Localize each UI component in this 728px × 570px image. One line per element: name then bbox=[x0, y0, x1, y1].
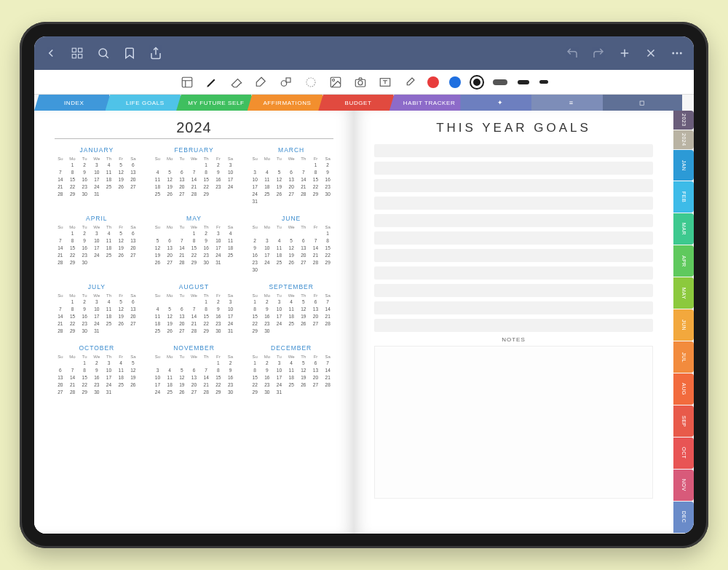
stroke-medium[interactable] bbox=[518, 80, 529, 84]
month-tab-mar[interactable]: MAR bbox=[673, 213, 694, 245]
month-tab-aug[interactable]: AUG bbox=[673, 373, 694, 405]
svg-point-19 bbox=[306, 78, 315, 87]
svg-point-11 bbox=[672, 52, 674, 55]
month-tab-nov[interactable]: NOV bbox=[673, 470, 694, 501]
month-tab-may[interactable]: MAY bbox=[673, 277, 694, 309]
planner-content: INDEXLIFE GOALSMY FUTURE SELFAFFIRMATION… bbox=[34, 95, 694, 534]
back-icon[interactable] bbox=[44, 47, 58, 60]
svg-point-23 bbox=[358, 80, 363, 84]
drawing-toolbar bbox=[34, 70, 694, 95]
month-february[interactable]: FEBRUARYSuMoTuWeThFrSa123456789101112131… bbox=[152, 146, 237, 205]
month-october[interactable]: OCTOBERSuMoTuWeThFrSa1234567891011121314… bbox=[55, 344, 139, 395]
screen: INDEXLIFE GOALSMY FUTURE SELFAFFIRMATION… bbox=[34, 36, 694, 534]
notes-area[interactable] bbox=[374, 346, 653, 499]
month-tab-sep[interactable]: SEP bbox=[673, 405, 694, 437]
top-app-bar bbox=[34, 36, 694, 70]
tab-mini[interactable]: ✦ bbox=[460, 95, 540, 111]
right-page-goals: THIS YEAR GOALS NOTES bbox=[354, 111, 673, 534]
year-calendar-grid: JANUARYSuMoTuWeThFrSa1234567891011121314… bbox=[55, 146, 333, 395]
bookmark-icon[interactable] bbox=[123, 47, 136, 60]
color-black[interactable] bbox=[471, 76, 483, 88]
month-january[interactable]: JANUARYSuMoTuWeThFrSa1234567891011121314… bbox=[55, 146, 139, 205]
text-tool-icon[interactable] bbox=[378, 76, 392, 89]
month-tab-oct[interactable]: OCT bbox=[673, 438, 694, 469]
highlighter-tool-icon[interactable] bbox=[254, 76, 269, 89]
stroke-large[interactable] bbox=[493, 79, 507, 85]
lasso-tool-icon[interactable] bbox=[304, 76, 318, 89]
side-tabs: 20232024JANFEBMARAPRMAYJUNJULAUGSEPOCTNO… bbox=[673, 111, 694, 534]
close-icon[interactable] bbox=[644, 47, 657, 60]
month-tab-jul[interactable]: JUL bbox=[673, 341, 694, 373]
search-icon[interactable] bbox=[97, 47, 110, 60]
tab-my-future-self[interactable]: MY FUTURE SELF bbox=[176, 95, 256, 111]
stroke-small[interactable] bbox=[539, 80, 548, 84]
svg-rect-2 bbox=[72, 55, 76, 58]
image-tool-icon[interactable] bbox=[328, 76, 343, 89]
eraser-tool-icon[interactable] bbox=[229, 76, 244, 89]
pen-tool-icon[interactable] bbox=[205, 76, 219, 89]
tab-mini[interactable]: ≡ bbox=[531, 95, 612, 111]
share-icon[interactable] bbox=[149, 47, 162, 60]
camera-tool-icon[interactable] bbox=[353, 76, 368, 89]
month-tab-apr[interactable]: APR bbox=[673, 245, 694, 277]
year-tab-2024[interactable]: 2024 bbox=[673, 130, 694, 149]
month-december[interactable]: DECEMBERSuMoTuWeThFrSa123456789101112131… bbox=[249, 344, 333, 395]
tablet-frame: INDEXLIFE GOALSMY FUTURE SELFAFFIRMATION… bbox=[20, 22, 708, 548]
year-title: 2024 bbox=[55, 119, 333, 139]
color-blue[interactable] bbox=[449, 76, 461, 88]
pages: 2024 JANUARYSuMoTuWeThFrSa12345678910111… bbox=[34, 95, 673, 534]
undo-icon[interactable] bbox=[566, 47, 579, 60]
month-tab-jun[interactable]: JUN bbox=[673, 309, 694, 341]
tab-mini[interactable]: ◻ bbox=[603, 95, 683, 111]
month-tab-dec[interactable]: DEC bbox=[673, 502, 694, 533]
month-july[interactable]: JULYSuMoTuWeThFrSa1234567891011121314151… bbox=[55, 283, 139, 334]
month-november[interactable]: NOVEMBERSuMoTuWeThFrSa123456789101112131… bbox=[152, 344, 237, 395]
goals-title: THIS YEAR GOALS bbox=[374, 119, 653, 137]
month-may[interactable]: MAYSuMoTuWeThFrSa12345678910111213141516… bbox=[152, 215, 237, 273]
svg-rect-18 bbox=[286, 78, 290, 82]
tab-budget[interactable]: BUDGET bbox=[318, 95, 398, 111]
left-page-year-calendar: 2024 JANUARYSuMoTuWeThFrSa12345678910111… bbox=[34, 111, 354, 534]
svg-line-5 bbox=[106, 55, 108, 58]
svg-rect-0 bbox=[72, 48, 76, 52]
svg-rect-1 bbox=[79, 48, 82, 52]
eyedropper-tool-icon[interactable] bbox=[403, 76, 417, 89]
tab-habit-tracker[interactable]: HABIT TRACKER bbox=[389, 95, 470, 111]
month-august[interactable]: AUGUSTSuMoTuWeThFrSa12345678910111213141… bbox=[152, 283, 237, 334]
month-tab-feb[interactable]: FEB bbox=[673, 181, 694, 213]
month-june[interactable]: JUNESuMoTuWeThFrSa1234567891011121314151… bbox=[249, 215, 333, 273]
svg-point-13 bbox=[680, 52, 682, 55]
tab-life-goals[interactable]: LIFE GOALS bbox=[106, 95, 186, 111]
shapes-tool-icon[interactable] bbox=[279, 76, 293, 89]
color-red[interactable] bbox=[427, 76, 439, 88]
notes-section: NOTES bbox=[374, 336, 653, 499]
svg-rect-14 bbox=[182, 77, 192, 87]
month-march[interactable]: MARCHSuMoTuWeThFrSa123456789101112131415… bbox=[249, 146, 333, 205]
svg-point-21 bbox=[333, 79, 335, 81]
redo-icon[interactable] bbox=[592, 47, 605, 60]
more-icon[interactable] bbox=[670, 47, 684, 60]
month-september[interactable]: SEPTEMBERSuMoTuWeThFrSa12345678910111213… bbox=[249, 283, 333, 334]
template-tool-icon[interactable] bbox=[180, 76, 194, 89]
top-tabs-row: INDEXLIFE GOALSMY FUTURE SELFAFFIRMATION… bbox=[34, 95, 673, 111]
tab-index[interactable]: INDEX bbox=[34, 95, 114, 111]
svg-point-4 bbox=[99, 49, 107, 57]
svg-rect-3 bbox=[79, 55, 82, 58]
notes-label: NOTES bbox=[374, 336, 653, 343]
tab-affirmations[interactable]: AFFIRMATIONS bbox=[248, 95, 328, 111]
svg-point-12 bbox=[676, 52, 678, 55]
month-tab-jan[interactable]: JAN bbox=[673, 150, 694, 181]
grid-icon[interactable] bbox=[71, 47, 84, 60]
goal-lines[interactable] bbox=[374, 144, 653, 332]
year-tab-2023[interactable]: 2023 bbox=[673, 111, 694, 130]
plus-icon[interactable] bbox=[618, 47, 631, 60]
month-april[interactable]: APRILSuMoTuWeThFrSa123456789101112131415… bbox=[55, 215, 139, 273]
